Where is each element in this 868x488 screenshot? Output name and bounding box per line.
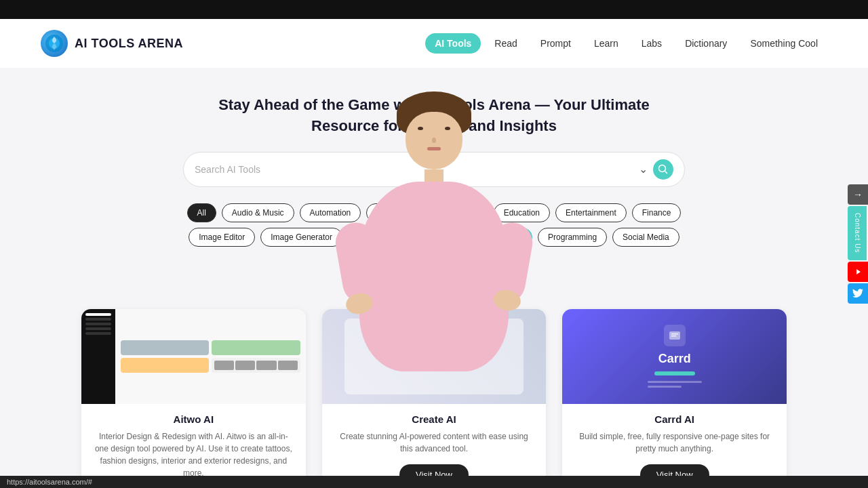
middle-icon: ✦: [427, 347, 441, 366]
nav-labs[interactable]: Labs: [632, 33, 671, 54]
filter-row-1: All Audio & Music Automation Business Co…: [183, 203, 685, 222]
filter-research[interactable]: Research: [477, 228, 532, 247]
nav-learn[interactable]: Learn: [585, 33, 628, 54]
sidebar-line-2: [85, 318, 111, 321]
contact-us-button[interactable]: Contact Us: [848, 206, 867, 260]
cards-section: Aitwo AI Interior Design & Redesign with…: [0, 309, 868, 488]
mini-2: [235, 361, 255, 370]
filter-entertainment[interactable]: Entertainment: [555, 203, 627, 222]
search-icon-svg: [658, 164, 669, 175]
logo-svg: [45, 34, 64, 53]
filter-row-2: Image Editor Image Generator Marketing P…: [183, 228, 685, 271]
filter-automation[interactable]: Automation: [300, 203, 361, 222]
card-desc-middle: Create stunning AI-powered content with …: [333, 430, 536, 455]
card-middle: ✦ Create AI Create stunning AI-powered c…: [322, 309, 547, 488]
filter-tts[interactable]: Text To Speech: [396, 252, 472, 271]
top-bar: [0, 0, 868, 19]
filter-row-3: Video Editor Video Generator: [183, 277, 685, 296]
card-desc-aitwo: Interior Design & Redesign with AI. Aitw…: [92, 430, 295, 479]
filter-audio[interactable]: Audio & Music: [222, 203, 294, 222]
svg-line-3: [665, 171, 668, 174]
filter-education[interactable]: Education: [494, 203, 550, 222]
thumb-2: [212, 340, 300, 355]
main-nav: AI Tools Read Prompt Learn Labs Dictiona…: [425, 33, 827, 54]
twitter-icon: [852, 289, 863, 298]
search-input[interactable]: [195, 164, 639, 175]
thumb-4: [212, 358, 300, 373]
filter-all[interactable]: All: [187, 203, 216, 222]
sidebar-panel: [81, 309, 115, 404]
filter-programming[interactable]: Programming: [538, 228, 607, 247]
chevron-down-icon[interactable]: ⌄: [639, 163, 648, 176]
side-buttons: → Contact Us: [848, 184, 868, 304]
filter-video-editor[interactable]: Video Editor: [359, 277, 424, 296]
nav-read[interactable]: Read: [485, 33, 526, 54]
svg-point-2: [659, 165, 666, 171]
logo[interactable]: AI TOOLS ARENA: [41, 30, 183, 57]
hero-title: Stay Ahead of the Game with AI Tools Are…: [183, 95, 685, 137]
mini-1: [214, 361, 234, 370]
thumb-1: [121, 340, 209, 355]
card-aitwo: Aitwo AI Interior Design & Redesign with…: [81, 309, 306, 488]
youtube-button[interactable]: [848, 262, 868, 282]
svg-rect-6: [671, 336, 676, 337]
status-bar: https://aitoolsarena.com/#: [0, 476, 868, 488]
carrd-progress-bar: [654, 371, 695, 375]
middle-preview: ✦: [322, 309, 547, 404]
status-url: https://aitoolsarena.com/#: [7, 478, 92, 486]
svg-rect-5: [671, 333, 678, 335]
carrd-title: Carrd: [658, 352, 691, 366]
carrd-lines: [648, 381, 702, 388]
filter-video-generator[interactable]: Video Generator: [429, 277, 509, 296]
logo-icon: [41, 30, 68, 57]
twitter-button[interactable]: [848, 283, 868, 304]
sidebar-line-3: [85, 323, 111, 325]
image-grid: [115, 335, 306, 378]
carrd-icon: [664, 325, 686, 346]
card-carrd: Carrd Carrd AI Build simple, free, fully…: [562, 309, 787, 488]
youtube-icon: [852, 268, 863, 276]
filter-image-editor[interactable]: Image Editor: [189, 228, 255, 247]
nav-dictionary[interactable]: Dictionary: [675, 33, 736, 54]
filter-finance[interactable]: Finance: [632, 203, 682, 222]
hero-container: Stay Ahead of the Game with AI Tools Are…: [170, 95, 698, 296]
filter-copywriting[interactable]: Copywriting: [425, 203, 488, 222]
filter-business[interactable]: Business: [366, 203, 420, 222]
side-arrow-button[interactable]: →: [848, 184, 868, 205]
sidebar-line-4: [85, 327, 111, 330]
filter-image-generator[interactable]: Image Generator: [260, 228, 342, 247]
header: AI TOOLS ARENA AI Tools Read Prompt Lear…: [0, 19, 868, 68]
card-name-middle: Create AI: [333, 413, 536, 425]
mini-3: [256, 361, 276, 370]
card-name-carrd: Carrd AI: [573, 413, 776, 425]
carrd-line-2: [648, 386, 682, 388]
card-image-carrd: Carrd: [562, 309, 787, 404]
card-desc-carrd: Build simple, free, fully responsive one…: [573, 430, 776, 455]
mini-4: [278, 361, 298, 370]
logo-text: AI TOOLS ARENA: [75, 37, 183, 51]
main-content: Stay Ahead of the Game with AI Tools Are…: [0, 68, 868, 488]
middle-inner: ✦: [344, 319, 524, 394]
sidebar-line-5: [85, 332, 111, 335]
card-image-aitwo: [81, 309, 306, 404]
carrd-icon-svg: [668, 329, 682, 342]
card-name-aitwo: Aitwo AI: [92, 413, 295, 425]
thumb-3: [121, 358, 209, 373]
search-icons: ⌄: [639, 159, 673, 180]
carrd-line-1: [648, 381, 702, 383]
sidebar-line-1: [85, 313, 111, 316]
filter-marketing[interactable]: Marketing: [348, 228, 404, 247]
nav-prompt[interactable]: Prompt: [531, 33, 580, 54]
search-button[interactable]: [653, 159, 673, 180]
nav-ai-tools[interactable]: AI Tools: [425, 33, 481, 54]
card-image-middle: ✦: [322, 309, 547, 404]
filter-productivity[interactable]: Productivity: [410, 228, 472, 247]
filter-social-media[interactable]: Social Media: [612, 228, 679, 247]
search-bar: ⌄: [183, 152, 685, 187]
cards-grid: Aitwo AI Interior Design & Redesign with…: [81, 309, 787, 488]
nav-something-cool[interactable]: Something Cool: [741, 33, 827, 54]
